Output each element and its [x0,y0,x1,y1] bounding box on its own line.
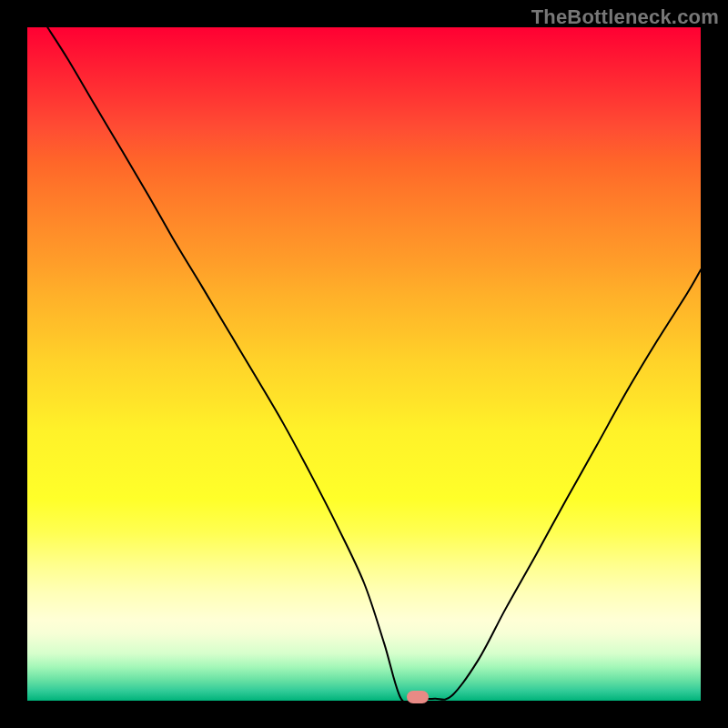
optimal-marker [407,691,429,703]
chart-frame: TheBottleneck.com [0,0,728,728]
bottleneck-curve-path [47,27,701,701]
plot-area [27,27,701,701]
watermark-text: TheBottleneck.com [531,5,719,29]
curve-svg [27,27,701,701]
